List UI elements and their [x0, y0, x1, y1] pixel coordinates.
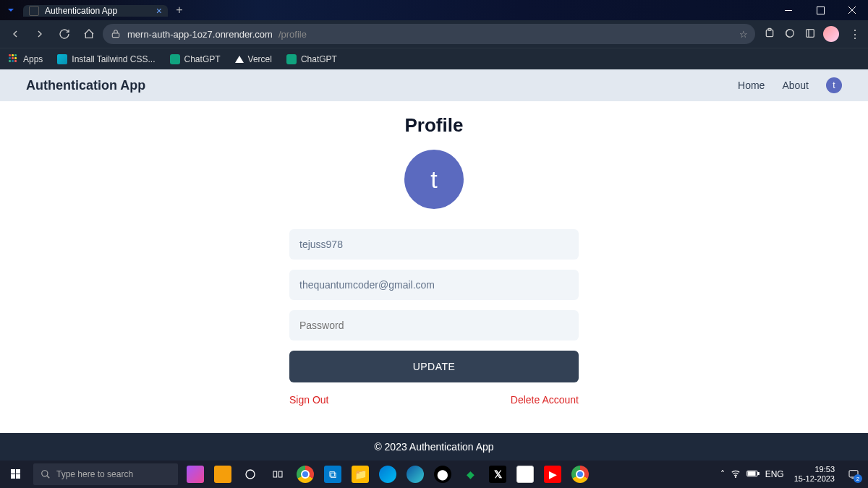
site-info-icon[interactable]	[110, 28, 122, 40]
tray-clock[interactable]: 19:53 15-12-2023	[790, 465, 839, 484]
taskbar-search[interactable]: Type here to search	[33, 463, 178, 485]
profile-form: UPDATE Sign Out Delete Account	[289, 229, 579, 406]
url-path: /profile	[278, 29, 307, 40]
back-button[interactable]	[4, 23, 26, 45]
profile-avatar-icon[interactable]	[823, 26, 839, 42]
nav-about-link[interactable]: About	[782, 80, 809, 91]
profile-avatar[interactable]: t	[404, 150, 464, 209]
taskbar-youtube[interactable]: ▶	[540, 463, 566, 485]
taskbar-chrome-active[interactable]	[567, 463, 593, 485]
taskbar-app-clipchamp[interactable]	[182, 463, 208, 485]
svg-rect-2	[112, 33, 119, 38]
browser-titlebar: Authentication App × +	[0, 0, 868, 20]
svg-rect-11	[273, 471, 277, 477]
tab-close-button[interactable]: ×	[156, 5, 162, 17]
taskbar-copilot[interactable]	[375, 463, 401, 485]
taskbar-github[interactable]: ⬤	[430, 463, 456, 485]
update-button[interactable]: UPDATE	[289, 351, 579, 382]
taskbar-cortana[interactable]	[237, 463, 263, 485]
taskbar-app-generic[interactable]	[512, 463, 538, 485]
bookmark-chatgpt-2[interactable]: ChatGPT	[284, 53, 340, 66]
windows-taskbar: Type here to search ⧉ 📁 ⬤ ◆ 𝕏 ▶ ˄ ENG 19…	[0, 461, 868, 488]
svg-line-9	[47, 476, 50, 479]
apps-grid-icon	[9, 54, 19, 64]
new-tab-button[interactable]: +	[169, 4, 190, 17]
window-close-button[interactable]	[836, 0, 868, 20]
taskbar-vscode[interactable]: ⧉	[320, 463, 346, 485]
svg-rect-3	[766, 30, 773, 36]
nav-home-link[interactable]: Home	[738, 80, 765, 91]
bookmark-apps[interactable]: Apps	[6, 53, 46, 66]
tray-wifi-icon[interactable]	[731, 468, 741, 481]
reading-list-icon[interactable]	[803, 26, 817, 40]
reload-button[interactable]	[54, 23, 75, 45]
app-header: Authentication App Home About t	[0, 69, 868, 101]
bookmark-chatgpt-1[interactable]: ChatGPT	[167, 53, 224, 66]
svg-point-13	[735, 476, 736, 477]
window-minimize-button[interactable]	[773, 0, 804, 20]
side-panel-icon[interactable]	[783, 26, 797, 40]
svg-point-8	[42, 471, 48, 476]
footer-copyright: © 2023 Authentication App	[0, 433, 868, 461]
tray-battery-icon[interactable]	[746, 469, 760, 480]
vercel-icon	[235, 56, 244, 63]
windows-logo-icon	[11, 469, 21, 479]
start-button[interactable]	[0, 469, 32, 479]
page-content: Authentication App Home About t Profile …	[0, 69, 868, 461]
tray-language[interactable]: ENG	[765, 469, 784, 479]
app-title: Authentication App	[26, 78, 145, 93]
taskbar-app-news[interactable]	[210, 463, 236, 485]
user-avatar-badge[interactable]: t	[826, 77, 842, 93]
tab-favicon	[29, 6, 39, 16]
profile-page: Profile t UPDATE Sign Out Delete Account	[0, 101, 868, 433]
svg-point-10	[246, 470, 255, 479]
tray-show-hidden-icon[interactable]: ˄	[720, 469, 725, 479]
url-host: mern-auth-app-1oz7.onrender.com	[127, 29, 273, 40]
password-input[interactable]	[289, 310, 579, 341]
taskbar-explorer[interactable]: 📁	[347, 463, 373, 485]
svg-rect-6	[807, 30, 814, 38]
tailwind-icon	[57, 54, 67, 64]
tab-title: Authentication App	[45, 6, 150, 16]
taskbar-x[interactable]: 𝕏	[485, 463, 511, 485]
search-icon	[41, 469, 51, 479]
tab-search-dropdown[interactable]	[0, 6, 22, 14]
forward-button[interactable]	[29, 23, 51, 45]
browser-menu-button[interactable]: ⋮	[846, 27, 864, 41]
page-title: Profile	[405, 114, 464, 137]
svg-rect-4	[768, 28, 771, 30]
svg-rect-12	[278, 471, 282, 477]
taskbar-chrome[interactable]	[292, 463, 318, 485]
browser-tab[interactable]: Authentication App ×	[23, 5, 168, 17]
taskbar-task-view[interactable]	[265, 463, 291, 485]
chatgpt-icon	[170, 54, 180, 64]
taskbar-mongodb[interactable]: ◆	[457, 463, 483, 485]
svg-rect-16	[748, 471, 755, 475]
bookmark-vercel[interactable]: Vercel	[232, 53, 275, 66]
home-button[interactable]	[78, 23, 100, 45]
browser-addressbar: mern-auth-app-1oz7.onrender.com/profile …	[0, 20, 868, 48]
chatgpt-icon	[286, 54, 297, 64]
delete-account-link[interactable]: Delete Account	[511, 394, 579, 406]
url-input[interactable]: mern-auth-app-1oz7.onrender.com/profile …	[103, 24, 755, 44]
signout-link[interactable]: Sign Out	[289, 394, 328, 406]
taskbar-edge[interactable]	[402, 463, 428, 485]
tray-notifications-icon[interactable]: 2	[845, 466, 862, 483]
extensions-icon[interactable]	[762, 26, 777, 40]
email-input[interactable]	[289, 270, 579, 300]
bookmarks-bar: Apps Install Tailwind CSS... ChatGPT Ver…	[0, 48, 868, 69]
username-input[interactable]	[289, 229, 579, 260]
bookmark-tailwind[interactable]: Install Tailwind CSS...	[54, 53, 158, 66]
bookmark-star-icon[interactable]: ☆	[739, 29, 748, 40]
window-maximize-button[interactable]	[804, 0, 836, 20]
svg-rect-15	[757, 472, 759, 474]
